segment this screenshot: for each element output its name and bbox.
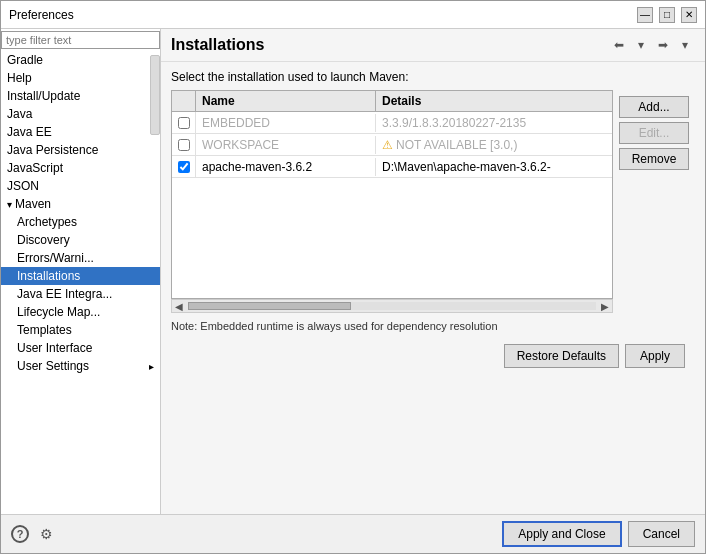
bottom-buttons: Restore Defaults Apply: [171, 338, 695, 370]
sidebar-item-templates[interactable]: Templates: [1, 321, 160, 339]
row-name-workspace: WORKSPACE: [196, 136, 376, 154]
table-row: EMBEDDED 3.3.9/1.8.3.20180227-2135: [172, 112, 612, 134]
close-button[interactable]: ✕: [681, 7, 697, 23]
horizontal-scrollbar[interactable]: ◀ ▶: [171, 299, 613, 313]
maximize-button[interactable]: □: [659, 7, 675, 23]
sidebar-item-lifecycle-map[interactable]: Lifecycle Map...: [1, 303, 160, 321]
sidebar-item-javascript[interactable]: JavaScript: [1, 159, 160, 177]
action-buttons: Add... Edit... Remove: [613, 90, 695, 313]
panel-toolbar: ⬅ ▾ ➡ ▾: [609, 35, 695, 55]
sidebar-item-user-interface[interactable]: User Interface: [1, 339, 160, 357]
table-wrap: Name Details EMBEDDED 3.3.9/1.8.3.201802…: [171, 90, 613, 313]
help-icon[interactable]: ?: [11, 525, 29, 543]
forward-dropdown-button[interactable]: ▾: [675, 35, 695, 55]
sidebar-item-installations[interactable]: Installations: [1, 267, 160, 285]
sidebar-item-gradle[interactable]: Gradle: [1, 51, 160, 69]
footer-left: ? ⚙: [11, 525, 55, 543]
sidebar-item-java-ee-integration[interactable]: Java EE Integra...: [1, 285, 160, 303]
table-row: WORKSPACE ⚠NOT AVAILABLE [3.0,): [172, 134, 612, 156]
title-bar: Preferences — □ ✕: [1, 1, 705, 29]
col-name-header: Name: [196, 91, 376, 111]
checkbox-apache[interactable]: [178, 161, 190, 173]
row-details-workspace: ⚠NOT AVAILABLE [3.0,): [376, 136, 612, 154]
scroll-left-arrow[interactable]: ◀: [172, 301, 186, 312]
col-check-header: [172, 91, 196, 111]
sidebar-item-json[interactable]: JSON: [1, 177, 160, 195]
row-name-apache: apache-maven-3.6.2: [196, 158, 376, 176]
installations-area: Name Details EMBEDDED 3.3.9/1.8.3.201802…: [171, 90, 695, 313]
panel-title: Installations: [171, 36, 264, 54]
footer-bar: ? ⚙ Apply and Close Cancel: [1, 514, 705, 553]
sidebar-item-java-ee[interactable]: Java EE: [1, 123, 160, 141]
sidebar-filter-input[interactable]: [1, 31, 160, 49]
select-label: Select the installation used to launch M…: [171, 70, 695, 84]
sidebar-item-maven[interactable]: Maven: [1, 195, 160, 213]
table-row: apache-maven-3.6.2 D:\Maven\apache-maven…: [172, 156, 612, 178]
sidebar-scroll-area: Gradle Help Install/Update Java Java EE …: [1, 51, 160, 510]
scroll-track[interactable]: [188, 302, 596, 310]
row-check-embedded[interactable]: [172, 112, 196, 133]
row-check-apache[interactable]: [172, 156, 196, 177]
window-title: Preferences: [9, 8, 74, 22]
add-button[interactable]: Add...: [619, 96, 689, 118]
col-details-header: Details: [376, 91, 612, 111]
table-header: Name Details: [172, 91, 612, 112]
checkbox-workspace[interactable]: [178, 139, 190, 151]
preferences-window: Preferences — □ ✕ Gradle Help Install/Up…: [0, 0, 706, 554]
scroll-thumb[interactable]: [188, 302, 351, 310]
forward-button[interactable]: ➡: [653, 35, 673, 55]
checkbox-embedded[interactable]: [178, 117, 190, 129]
footer-right: Apply and Close Cancel: [502, 521, 695, 547]
apply-and-close-button[interactable]: Apply and Close: [502, 521, 621, 547]
back-button[interactable]: ⬅: [609, 35, 629, 55]
edit-button[interactable]: Edit...: [619, 122, 689, 144]
sidebar-scrollbar-thumb[interactable]: [150, 55, 160, 135]
sidebar-item-user-settings[interactable]: User Settings ▸: [1, 357, 160, 375]
sidebar-item-errors-warnings[interactable]: Errors/Warni...: [1, 249, 160, 267]
back-dropdown-button[interactable]: ▾: [631, 35, 651, 55]
settings-icon[interactable]: ⚙: [37, 525, 55, 543]
sidebar-item-discovery[interactable]: Discovery: [1, 231, 160, 249]
remove-button[interactable]: Remove: [619, 148, 689, 170]
right-panel: Installations ⬅ ▾ ➡ ▾ Select the install…: [161, 29, 705, 514]
row-details-apache: D:\Maven\apache-maven-3.6.2-: [376, 158, 612, 176]
sidebar-item-install-update[interactable]: Install/Update: [1, 87, 160, 105]
row-details-embedded: 3.3.9/1.8.3.20180227-2135: [376, 114, 612, 132]
sidebar: Gradle Help Install/Update Java Java EE …: [1, 29, 161, 514]
row-name-embedded: EMBEDDED: [196, 114, 376, 132]
minimize-button[interactable]: —: [637, 7, 653, 23]
sidebar-item-help[interactable]: Help: [1, 69, 160, 87]
sidebar-item-java-persistence[interactable]: Java Persistence: [1, 141, 160, 159]
sidebar-item-java[interactable]: Java: [1, 105, 160, 123]
scroll-right-arrow[interactable]: ▶: [598, 301, 612, 312]
user-settings-label: User Settings: [17, 359, 89, 373]
row-check-workspace[interactable]: [172, 134, 196, 155]
sidebar-item-archetypes[interactable]: Archetypes: [1, 213, 160, 231]
main-content: Gradle Help Install/Update Java Java EE …: [1, 29, 705, 514]
note-text: Note: Embedded runtime is always used fo…: [171, 313, 695, 338]
panel-body: Select the installation used to launch M…: [161, 62, 705, 514]
cancel-button[interactable]: Cancel: [628, 521, 695, 547]
warning-icon: ⚠: [382, 138, 393, 152]
user-settings-arrow: ▸: [149, 361, 154, 372]
apply-button[interactable]: Apply: [625, 344, 685, 368]
table-empty-area: [172, 178, 612, 298]
restore-defaults-button[interactable]: Restore Defaults: [504, 344, 619, 368]
installations-table: Name Details EMBEDDED 3.3.9/1.8.3.201802…: [171, 90, 613, 299]
window-controls: — □ ✕: [637, 7, 697, 23]
panel-header: Installations ⬅ ▾ ➡ ▾: [161, 29, 705, 62]
